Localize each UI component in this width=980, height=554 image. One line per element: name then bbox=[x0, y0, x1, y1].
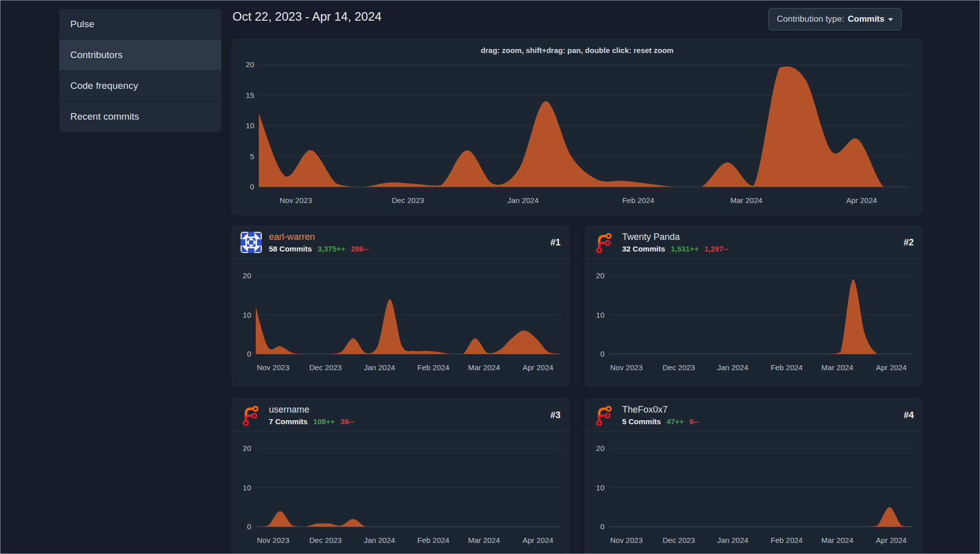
svg-text:10: 10 bbox=[243, 483, 251, 492]
commit-count: 5 Commits bbox=[622, 417, 661, 426]
contributor-card-header: TheFox0x7 5 Commits 47++ 6-- #4 bbox=[585, 398, 923, 432]
svg-text:Feb 2024: Feb 2024 bbox=[622, 196, 654, 205]
svg-text:Mar 2024: Mar 2024 bbox=[468, 536, 500, 544]
rank-badge: #4 bbox=[904, 410, 914, 421]
avatar[interactable] bbox=[241, 405, 262, 426]
rank-badge: #2 bbox=[904, 237, 914, 248]
contributor-stats: 58 Commits 3,375++ 286-- bbox=[269, 244, 368, 253]
svg-text:20: 20 bbox=[243, 444, 251, 452]
rank-badge: #1 bbox=[550, 237, 561, 248]
additions-count: 108++ bbox=[313, 417, 335, 426]
svg-text:Nov 2023: Nov 2023 bbox=[610, 536, 642, 544]
svg-text:Nov 2023: Nov 2023 bbox=[257, 536, 289, 544]
contributor-commits-chart[interactable]: 01020Nov 2023Dec 2023Jan 2024Feb 2024Mar… bbox=[593, 270, 915, 378]
contributor-card: earl-warren 58 Commits 3,375++ 286-- #1 … bbox=[231, 225, 570, 387]
svg-text:Mar 2024: Mar 2024 bbox=[821, 536, 853, 544]
svg-text:Jan 2024: Jan 2024 bbox=[364, 536, 395, 544]
identicon-avatar-image bbox=[241, 232, 262, 253]
svg-text:10: 10 bbox=[246, 121, 254, 130]
svg-text:Jan 2024: Jan 2024 bbox=[717, 363, 749, 372]
svg-text:Dec 2023: Dec 2023 bbox=[663, 536, 695, 544]
svg-text:15: 15 bbox=[246, 91, 254, 99]
forgejo-logo-avatar-image bbox=[241, 405, 262, 426]
svg-text:20: 20 bbox=[243, 271, 251, 280]
activity-sidebar-menu: Pulse Contributors Code frequency Recent… bbox=[59, 9, 221, 132]
svg-text:20: 20 bbox=[596, 271, 604, 280]
commit-count: 32 Commits bbox=[622, 244, 665, 253]
contributor-card: username 7 Commits 108++ 36-- #3 01020No… bbox=[231, 398, 570, 554]
contributor-card: Twenty Panda 32 Commits 1,531++ 1,297-- … bbox=[585, 225, 923, 387]
forgejo-logo-avatar-image bbox=[594, 405, 615, 426]
contributor-card-header: username 7 Commits 108++ 36-- #3 bbox=[231, 398, 570, 432]
svg-text:0: 0 bbox=[250, 182, 254, 191]
deletions-count: 286-- bbox=[351, 244, 368, 253]
contributor-card-header: Twenty Panda 32 Commits 1,531++ 1,297-- … bbox=[585, 225, 923, 259]
svg-text:Nov 2023: Nov 2023 bbox=[279, 196, 312, 205]
contributor-stats: 32 Commits 1,531++ 1,297-- bbox=[622, 244, 728, 253]
contributor-stats: 7 Commits 108++ 36-- bbox=[269, 417, 354, 426]
sidebar-item-contributors[interactable]: Contributors bbox=[59, 39, 221, 70]
contributor-commits-chart[interactable]: 01020Nov 2023Dec 2023Jan 2024Feb 2024Mar… bbox=[240, 442, 562, 551]
svg-text:Mar 2024: Mar 2024 bbox=[821, 363, 853, 372]
svg-text:10: 10 bbox=[596, 311, 604, 319]
svg-text:Apr 2024: Apr 2024 bbox=[876, 363, 907, 372]
commit-count: 58 Commits bbox=[269, 244, 312, 253]
additions-count: 47++ bbox=[667, 417, 684, 426]
svg-text:Jan 2024: Jan 2024 bbox=[717, 536, 749, 544]
svg-text:Dec 2023: Dec 2023 bbox=[309, 536, 342, 544]
svg-text:Dec 2023: Dec 2023 bbox=[663, 363, 695, 372]
overall-contributions-panel: drag: zoom, shift+drag: pan, double clic… bbox=[231, 38, 923, 215]
svg-text:Feb 2024: Feb 2024 bbox=[771, 363, 803, 372]
svg-text:Dec 2023: Dec 2023 bbox=[309, 363, 342, 372]
svg-text:Feb 2024: Feb 2024 bbox=[771, 536, 803, 544]
forgejo-logo-avatar-image bbox=[594, 232, 615, 253]
contributor-card-header: earl-warren 58 Commits 3,375++ 286-- #1 bbox=[231, 225, 570, 259]
date-range-heading: Oct 22, 2023 - Apr 14, 2024 bbox=[232, 10, 382, 24]
svg-text:Mar 2024: Mar 2024 bbox=[468, 363, 500, 372]
avatar[interactable] bbox=[594, 405, 615, 426]
svg-text:Apr 2024: Apr 2024 bbox=[876, 536, 907, 544]
contributor-name-link[interactable]: username bbox=[269, 405, 354, 415]
contribution-type-label: Contribution type: bbox=[777, 14, 844, 24]
svg-text:0: 0 bbox=[247, 349, 251, 358]
overall-contributions-chart[interactable]: 05101520Nov 2023Dec 2023Jan 2024Feb 2024… bbox=[240, 59, 915, 211]
svg-text:0: 0 bbox=[600, 349, 604, 358]
sidebar-item-code-frequency[interactable]: Code frequency bbox=[59, 70, 221, 101]
contributor-name-link[interactable]: Twenty Panda bbox=[622, 232, 728, 242]
contributor-name-link[interactable]: TheFox0x7 bbox=[622, 405, 699, 415]
contribution-type-value: Commits bbox=[848, 14, 884, 24]
svg-text:Jan 2024: Jan 2024 bbox=[507, 196, 539, 205]
avatar[interactable] bbox=[594, 232, 615, 253]
deletions-count: 1,297-- bbox=[704, 244, 728, 253]
contributor-stats: 5 Commits 47++ 6-- bbox=[622, 417, 699, 426]
svg-text:Apr 2024: Apr 2024 bbox=[523, 536, 553, 544]
deletions-count: 6-- bbox=[689, 417, 698, 426]
contributor-card: TheFox0x7 5 Commits 47++ 6-- #4 01020Nov… bbox=[585, 398, 923, 554]
contributor-commits-chart[interactable]: 01020Nov 2023Dec 2023Jan 2024Feb 2024Mar… bbox=[593, 442, 915, 551]
sidebar-item-recent-commits[interactable]: Recent commits bbox=[59, 101, 221, 132]
chevron-down-icon bbox=[888, 18, 893, 21]
svg-text:Apr 2024: Apr 2024 bbox=[523, 363, 553, 372]
sidebar-item-pulse[interactable]: Pulse bbox=[59, 9, 221, 39]
contributor-commits-chart[interactable]: 01020Nov 2023Dec 2023Jan 2024Feb 2024Mar… bbox=[240, 270, 562, 378]
svg-text:Jan 2024: Jan 2024 bbox=[364, 363, 395, 372]
svg-text:Nov 2023: Nov 2023 bbox=[257, 363, 289, 372]
svg-text:10: 10 bbox=[243, 311, 251, 319]
svg-text:0: 0 bbox=[247, 522, 251, 531]
svg-text:20: 20 bbox=[246, 60, 254, 69]
svg-text:Apr 2024: Apr 2024 bbox=[846, 196, 877, 205]
svg-text:5: 5 bbox=[250, 152, 254, 161]
additions-count: 3,375++ bbox=[317, 244, 345, 253]
svg-text:20: 20 bbox=[596, 444, 604, 452]
contributor-name-link[interactable]: earl-warren bbox=[269, 232, 368, 242]
svg-text:Nov 2023: Nov 2023 bbox=[610, 363, 642, 372]
svg-text:0: 0 bbox=[600, 522, 604, 531]
commit-count: 7 Commits bbox=[269, 417, 308, 426]
contribution-type-dropdown[interactable]: Contribution type: Commits bbox=[768, 8, 902, 30]
svg-text:Feb 2024: Feb 2024 bbox=[417, 363, 449, 372]
avatar[interactable] bbox=[241, 232, 262, 253]
additions-count: 1,531++ bbox=[671, 244, 698, 253]
svg-text:10: 10 bbox=[596, 483, 604, 492]
chart-zoom-hint: drag: zoom, shift+drag: pan, double clic… bbox=[231, 38, 923, 55]
svg-text:Dec 2023: Dec 2023 bbox=[392, 196, 424, 205]
